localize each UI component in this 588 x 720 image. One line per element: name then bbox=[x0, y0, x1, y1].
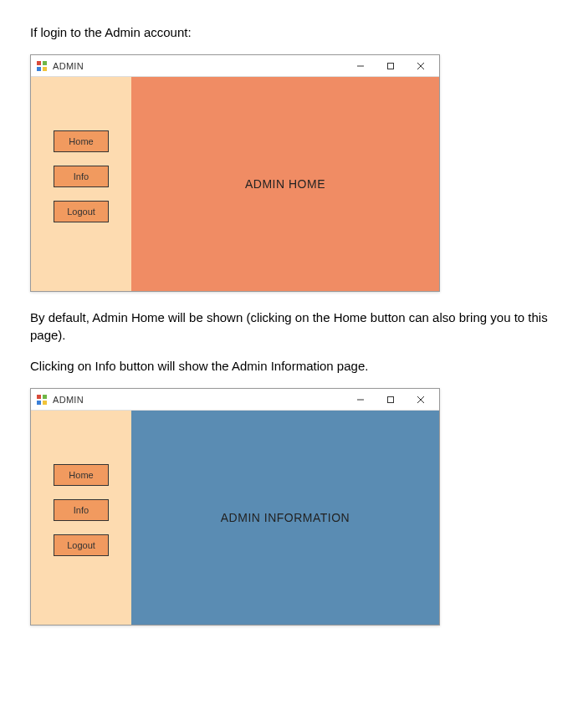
app-icon bbox=[36, 394, 48, 406]
title-left: ADMIN bbox=[36, 394, 84, 406]
logout-button[interactable]: Logout bbox=[54, 534, 109, 556]
svg-rect-13 bbox=[388, 396, 394, 402]
svg-rect-10 bbox=[37, 401, 41, 405]
title-left: ADMIN bbox=[36, 60, 84, 72]
window-controls bbox=[345, 56, 436, 76]
doc-mid-text-2: Clicking on Info button will show the Ad… bbox=[30, 357, 558, 375]
doc-mid-text-1: By default, Admin Home will be shown (cl… bbox=[30, 309, 558, 344]
title-bar: ADMIN bbox=[31, 55, 439, 77]
svg-rect-1 bbox=[43, 61, 47, 65]
maximize-button[interactable] bbox=[376, 56, 406, 76]
window-title: ADMIN bbox=[53, 395, 84, 405]
info-button[interactable]: Info bbox=[54, 499, 109, 521]
sidebar: Home Info Logout bbox=[31, 77, 131, 291]
home-button[interactable]: Home bbox=[54, 130, 109, 152]
main-label: ADMIN HOME bbox=[245, 177, 325, 191]
window-controls bbox=[345, 390, 436, 410]
svg-rect-0 bbox=[37, 61, 41, 65]
title-bar: ADMIN bbox=[31, 389, 439, 411]
svg-rect-3 bbox=[43, 67, 47, 71]
svg-rect-11 bbox=[43, 401, 47, 405]
maximize-button[interactable] bbox=[376, 390, 406, 410]
svg-rect-5 bbox=[388, 63, 394, 69]
app-body: Home Info Logout ADMIN HOME bbox=[31, 77, 439, 291]
admin-window-home: ADMIN Home Info Logout ADMIN HOME bbox=[30, 54, 440, 292]
admin-window-info: ADMIN Home Info Logout ADMIN INFORMATION bbox=[30, 388, 440, 626]
close-button[interactable] bbox=[406, 56, 436, 76]
logout-button[interactable]: Logout bbox=[54, 201, 109, 222]
doc-intro-text: If login to the Admin account: bbox=[30, 23, 558, 41]
main-panel-info: ADMIN INFORMATION bbox=[131, 411, 439, 625]
main-panel-home: ADMIN HOME bbox=[131, 77, 439, 291]
app-icon bbox=[36, 60, 48, 72]
minimize-button[interactable] bbox=[345, 56, 376, 76]
minimize-button[interactable] bbox=[345, 390, 376, 410]
sidebar: Home Info Logout bbox=[31, 411, 131, 625]
info-button[interactable]: Info bbox=[54, 166, 109, 187]
svg-rect-9 bbox=[43, 395, 47, 399]
main-label: ADMIN INFORMATION bbox=[221, 511, 350, 524]
window-title: ADMIN bbox=[53, 61, 84, 71]
svg-rect-2 bbox=[37, 67, 41, 71]
svg-rect-8 bbox=[37, 395, 41, 399]
close-button[interactable] bbox=[406, 390, 436, 410]
home-button[interactable]: Home bbox=[54, 464, 109, 486]
app-body: Home Info Logout ADMIN INFORMATION bbox=[31, 411, 439, 625]
